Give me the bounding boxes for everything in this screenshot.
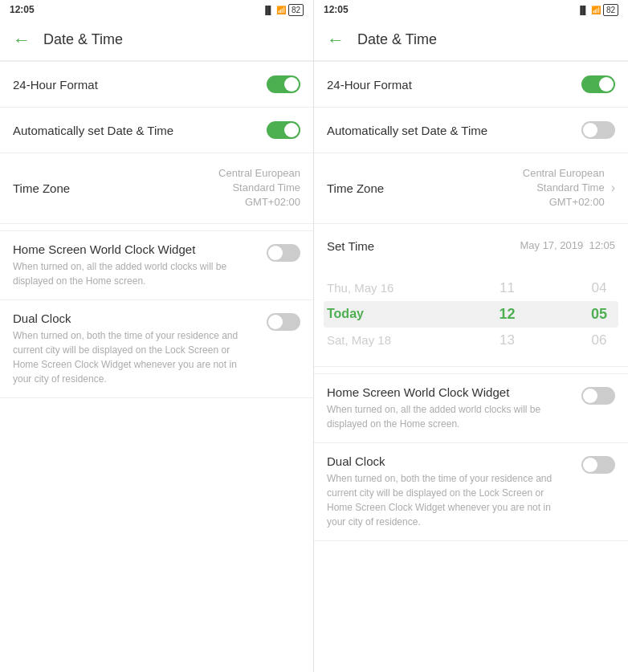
toggle-24hour-right[interactable]	[581, 75, 615, 93]
time-picker-row-1[interactable]: Today 12 05	[324, 301, 618, 328]
tp-min-2: 06	[583, 332, 615, 348]
time-picker-row-0[interactable]: Thu, May 16 11 04	[327, 275, 615, 301]
battery-icon-left: 82	[288, 4, 304, 16]
label-24hour-left: 24-Hour Format	[13, 78, 98, 92]
time-picker-row-2[interactable]: Sat, May 18 13 06	[327, 328, 615, 353]
setting-timezone-right[interactable]: Time Zone Central EuropeanStandard TimeG…	[314, 153, 628, 223]
tp-hour-0: 11	[491, 280, 524, 296]
content-left: 24-Hour Format Automatically set Date & …	[0, 61, 313, 672]
dual-clock-title-left: Dual Clock	[13, 312, 257, 325]
spacer-right	[314, 367, 628, 373]
timezone-right-group-right: Central EuropeanStandard TimeGMT+02:00 ›	[523, 166, 615, 210]
status-bar-left: 12:05 ▐▌ 📶 82	[0, 0, 313, 19]
toggle-auto-datetime-left[interactable]	[267, 121, 300, 139]
left-panel: 12:05 ▐▌ 📶 82 ← Date & Time 24-Hour Form…	[0, 0, 314, 672]
dual-clock-title-right: Dual Clock	[327, 454, 572, 468]
label-24hour-right: 24-Hour Format	[327, 78, 412, 92]
label-auto-datetime-right: Automatically set Date & Time	[327, 124, 487, 137]
home-widget-desc-right: When turned on, all the added world cloc…	[327, 402, 572, 431]
toggle-dual-clock-right[interactable]	[581, 456, 615, 474]
toggle-dual-clock-left[interactable]	[267, 313, 300, 331]
dual-clock-row-right: Dual Clock When turned on, both the time…	[327, 454, 615, 529]
home-widget-row-left: Home Screen World Clock Widget When turn…	[13, 242, 300, 288]
header-left: ← Date & Time	[0, 19, 313, 61]
home-widget-row-right: Home Screen World Clock Widget When turn…	[327, 385, 615, 431]
timezone-right-group-left: Central EuropeanStandard TimeGMT+02:00	[218, 166, 300, 210]
set-time-value-right: May 17, 2019 12:05	[520, 238, 615, 253]
label-set-time-right: Set Time	[327, 239, 374, 253]
toggle-home-widget-left[interactable]	[267, 244, 300, 262]
back-button-left[interactable]: ←	[13, 30, 31, 51]
timezone-value-left: Central EuropeanStandard TimeGMT+02:00	[218, 166, 300, 210]
home-widget-title-right: Home Screen World Clock Widget	[327, 385, 572, 399]
setting-home-widget-right: Home Screen World Clock Widget When turn…	[314, 374, 628, 442]
spacer-left	[0, 224, 313, 230]
tp-hour-2: 13	[491, 332, 524, 348]
status-icons-right: ▐▌ 📶 82	[577, 4, 618, 16]
dual-clock-desc-left: When turned on, both the time of your re…	[13, 328, 257, 386]
dual-clock-text-right: Dual Clock When turned on, both the time…	[327, 454, 572, 529]
dual-clock-text-left: Dual Clock When turned on, both the time…	[13, 312, 257, 386]
tp-hour-1: 12	[491, 306, 524, 323]
setting-dual-clock-right: Dual Clock When turned on, both the time…	[314, 443, 628, 540]
tp-date-2: Sat, May 18	[327, 333, 431, 347]
toggle-home-widget-right[interactable]	[581, 387, 615, 405]
setting-auto-datetime-right: Automatically set Date & Time	[314, 108, 628, 153]
signal-icon-right: ▐▌	[577, 6, 589, 14]
divider-right-8	[314, 540, 628, 541]
dual-clock-row-left: Dual Clock When turned on, both the time…	[13, 312, 300, 386]
label-timezone-right: Time Zone	[327, 181, 384, 195]
divider-left-7	[0, 397, 313, 398]
tp-min-1: 05	[583, 306, 615, 323]
header-right: ← Date & Time	[314, 19, 628, 61]
tp-date-1: Today	[327, 307, 431, 321]
tp-min-0: 04	[583, 280, 615, 296]
setting-24hour-right: 24-Hour Format	[314, 62, 628, 107]
signal-icon-left: ▐▌	[263, 6, 274, 14]
home-widget-desc-left: When turned on, all the added world cloc…	[13, 259, 257, 288]
timezone-value-right: Central EuropeanStandard TimeGMT+02:00	[523, 166, 605, 210]
home-widget-text-right: Home Screen World Clock Widget When turn…	[327, 385, 572, 431]
label-timezone-left: Time Zone	[13, 181, 70, 195]
content-right: 24-Hour Format Automatically set Date & …	[314, 61, 628, 672]
back-button-right[interactable]: ←	[327, 30, 345, 51]
setting-24hour-left: 24-Hour Format	[0, 62, 313, 107]
setting-timezone-left[interactable]: Time Zone Central EuropeanStandard TimeG…	[0, 153, 313, 223]
status-time-left: 12:05	[10, 4, 35, 15]
chevron-timezone-right: ›	[611, 181, 615, 195]
right-panel: 12:05 ▐▌ 📶 82 ← Date & Time 24-Hour Form…	[314, 0, 628, 672]
page-title-left: Date & Time	[43, 31, 123, 48]
wifi-icon-left: 📶	[276, 6, 286, 14]
dual-clock-desc-right: When turned on, both the time of your re…	[327, 471, 572, 529]
setting-auto-datetime-left: Automatically set Date & Time	[0, 108, 313, 153]
page-title-right: Date & Time	[357, 31, 437, 48]
label-auto-datetime-left: Automatically set Date & Time	[13, 124, 173, 137]
home-widget-text-left: Home Screen World Clock Widget When turn…	[13, 242, 257, 288]
setting-home-widget-left: Home Screen World Clock Widget When turn…	[0, 231, 313, 299]
status-time-right: 12:05	[324, 4, 349, 15]
wifi-icon-right: 📶	[591, 6, 601, 14]
time-picker-right: Thu, May 16 11 04 Today 12 05 Sat, May 1…	[314, 269, 628, 366]
tp-date-0: Thu, May 16	[327, 281, 431, 295]
toggle-24hour-left[interactable]	[267, 75, 300, 93]
battery-icon-right: 82	[603, 4, 618, 16]
toggle-auto-datetime-right[interactable]	[581, 121, 615, 139]
home-widget-title-left: Home Screen World Clock Widget	[13, 242, 257, 256]
setting-dual-clock-left: Dual Clock When turned on, both the time…	[0, 300, 313, 397]
status-icons-left: ▐▌ 📶 82	[263, 4, 304, 16]
status-bar-right: 12:05 ▐▌ 📶 82	[314, 0, 628, 19]
setting-set-time-right: Set Time May 17, 2019 12:05	[314, 224, 628, 269]
